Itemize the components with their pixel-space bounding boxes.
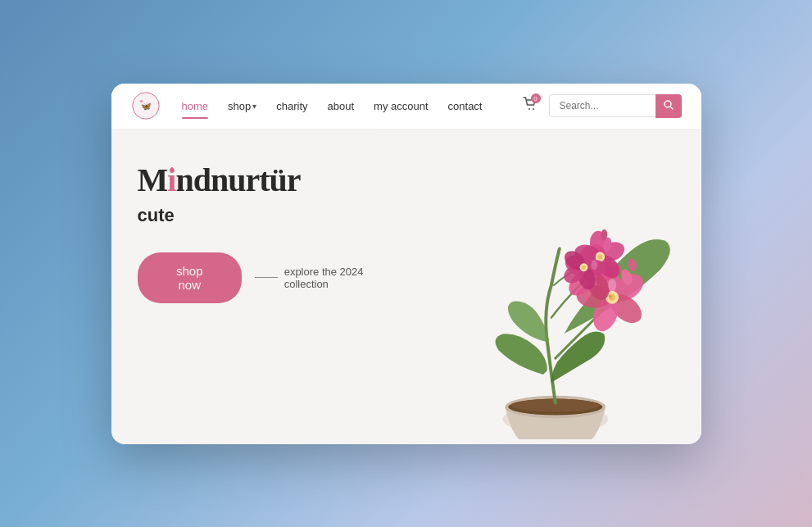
chevron-down-icon: ▾ — [252, 102, 256, 111]
search-button[interactable] — [655, 94, 682, 118]
nav-home[interactable]: home — [174, 95, 217, 117]
hero-actions: shop now explore the 2024 collection — [138, 252, 410, 303]
explore-collection-text: explore the 2024 collection — [255, 266, 410, 290]
brand-title: Mindnurtür — [138, 162, 410, 198]
shop-now-button[interactable]: shop now — [138, 252, 242, 303]
svg-point-2 — [139, 100, 143, 103]
search-input[interactable] — [549, 94, 655, 117]
nav-about[interactable]: about — [320, 95, 363, 117]
svg-point-46 — [608, 279, 616, 292]
hero-subtitle: cute — [138, 205, 410, 226]
brand-o-dot: i — [167, 162, 175, 198]
app-window: 🦋 home shop ▾ charity about my account c… — [111, 84, 701, 444]
navbar: 🦋 home shop ▾ charity about my account c… — [111, 84, 701, 129]
nav-contact[interactable]: contact — [440, 95, 491, 117]
nav-my-account[interactable]: my account — [365, 95, 436, 117]
hero-section: Mindnurtür cute shop now explore the 202… — [111, 129, 701, 444]
logo[interactable]: 🦋 — [131, 91, 161, 120]
cart-badge: 0 — [531, 93, 541, 103]
search-area — [549, 94, 682, 118]
svg-point-47 — [591, 260, 597, 270]
hero-content: Mindnurtür cute shop now explore the 202… — [111, 129, 436, 444]
nav-charity[interactable]: charity — [268, 95, 315, 117]
nav-links: home shop ▾ charity about my account con… — [174, 95, 511, 117]
svg-point-4 — [528, 108, 530, 110]
nav-shop[interactable]: shop ▾ — [220, 95, 265, 117]
svg-point-5 — [533, 108, 534, 110]
cart-button[interactable]: 0 — [515, 92, 546, 120]
svg-point-3 — [149, 103, 152, 106]
svg-line-7 — [670, 107, 673, 109]
